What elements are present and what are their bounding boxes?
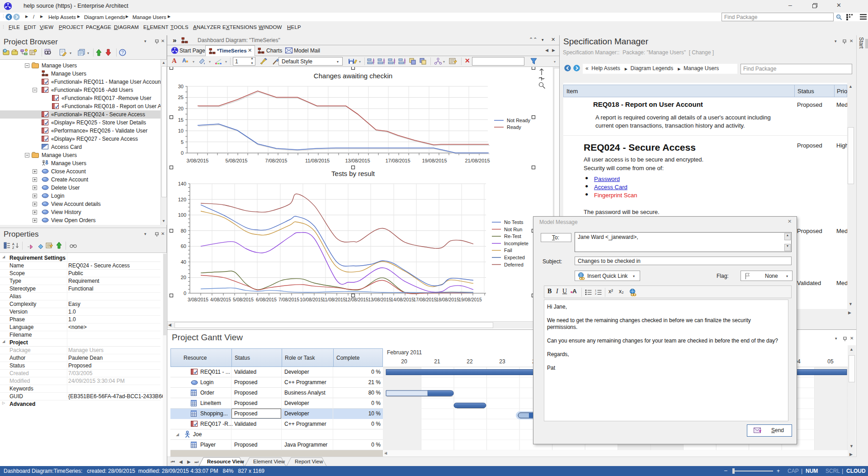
svg-text:7/08/2015: 7/08/2015 bbox=[278, 297, 299, 302]
svg-text:5/08/2015: 5/08/2015 bbox=[226, 158, 248, 163]
svg-text:Ready: Ready bbox=[507, 124, 521, 130]
svg-text:13/08/2015: 13/08/2015 bbox=[368, 297, 392, 302]
svg-text:140: 140 bbox=[178, 181, 186, 186]
svg-text:14/08/2015: 14/08/2015 bbox=[391, 297, 414, 302]
svg-text:Incomplete: Incomplete bbox=[504, 241, 528, 246]
svg-text:Z: Z bbox=[12, 246, 14, 249]
svg-text:12/08/2015: 12/08/2015 bbox=[345, 297, 368, 302]
svg-text:Report View: Report View bbox=[295, 459, 323, 464]
svg-text:21/08/2015: 21/08/2015 bbox=[465, 158, 490, 163]
svg-text:Expected: Expected bbox=[504, 255, 525, 260]
svg-text:20: 20 bbox=[178, 106, 184, 111]
svg-text:2: 2 bbox=[595, 292, 596, 295]
svg-text:20: 20 bbox=[401, 358, 407, 365]
svg-text:Not Run: Not Run bbox=[504, 227, 522, 232]
svg-text:21: 21 bbox=[434, 358, 440, 365]
svg-text:Changes awaiting checkin: Changes awaiting checkin bbox=[314, 72, 392, 80]
svg-text:30: 30 bbox=[178, 84, 184, 89]
svg-text:19/08/2015: 19/08/2015 bbox=[458, 297, 482, 302]
svg-text:Tests by result: Tests by result bbox=[331, 170, 375, 177]
svg-text:19/08/2015: 19/08/2015 bbox=[422, 158, 447, 163]
svg-text:Not Ready: Not Ready bbox=[507, 118, 530, 123]
svg-text:7/08/2015: 7/08/2015 bbox=[265, 158, 288, 163]
svg-text:17/08/2015: 17/08/2015 bbox=[413, 297, 437, 302]
svg-text:20: 20 bbox=[181, 275, 186, 280]
svg-text:6/08/2015: 6/08/2015 bbox=[256, 297, 277, 302]
svg-text:120: 120 bbox=[178, 197, 186, 202]
svg-text:17/08/2015: 17/08/2015 bbox=[385, 158, 410, 163]
svg-text:Fail: Fail bbox=[504, 248, 512, 253]
svg-text:Re-Test: Re-Test bbox=[504, 233, 521, 239]
svg-text:05: 05 bbox=[827, 358, 834, 365]
svg-text:▶: ▶ bbox=[187, 459, 191, 464]
svg-text:11/08/2015: 11/08/2015 bbox=[323, 297, 346, 302]
svg-text:22: 22 bbox=[467, 358, 473, 365]
svg-text:3/08/2015: 3/08/2015 bbox=[188, 297, 208, 302]
svg-text:5: 5 bbox=[181, 139, 184, 145]
svg-text:1: 1 bbox=[595, 289, 596, 292]
svg-text:40: 40 bbox=[181, 259, 186, 265]
svg-text:Resource View: Resource View bbox=[207, 459, 244, 464]
svg-text:10/08/2015: 10/08/2015 bbox=[300, 297, 323, 302]
svg-text:10: 10 bbox=[178, 128, 184, 133]
svg-text:5/08/2015: 5/08/2015 bbox=[233, 297, 254, 302]
svg-text:25: 25 bbox=[178, 95, 184, 100]
svg-text:A: A bbox=[12, 243, 14, 246]
svg-text:Element View: Element View bbox=[253, 459, 285, 464]
svg-text:◀: ◀ bbox=[179, 459, 183, 464]
svg-text:February 2011: February 2011 bbox=[387, 349, 422, 356]
svg-text:15: 15 bbox=[178, 117, 184, 123]
svg-text:23: 23 bbox=[499, 358, 505, 365]
svg-text:Deferred: Deferred bbox=[504, 262, 524, 267]
svg-text:60: 60 bbox=[181, 243, 186, 249]
svg-text:3/08/2015: 3/08/2015 bbox=[187, 158, 209, 163]
svg-text:100: 100 bbox=[178, 212, 186, 218]
svg-text:11/08/2015: 11/08/2015 bbox=[305, 158, 330, 163]
svg-text:No Tests: No Tests bbox=[504, 219, 524, 225]
svg-text:⏮: ⏮ bbox=[171, 459, 175, 464]
svg-text:18/08/2015: 18/08/2015 bbox=[436, 297, 459, 302]
svg-text:80: 80 bbox=[181, 228, 186, 233]
svg-text:?: ? bbox=[121, 50, 124, 55]
svg-text:4/08/2015: 4/08/2015 bbox=[210, 297, 231, 302]
svg-text:⏭: ⏭ bbox=[194, 459, 198, 464]
svg-text:0: 0 bbox=[184, 290, 186, 296]
svg-text:13/08/2015: 13/08/2015 bbox=[345, 158, 370, 163]
svg-text:0: 0 bbox=[181, 150, 184, 156]
